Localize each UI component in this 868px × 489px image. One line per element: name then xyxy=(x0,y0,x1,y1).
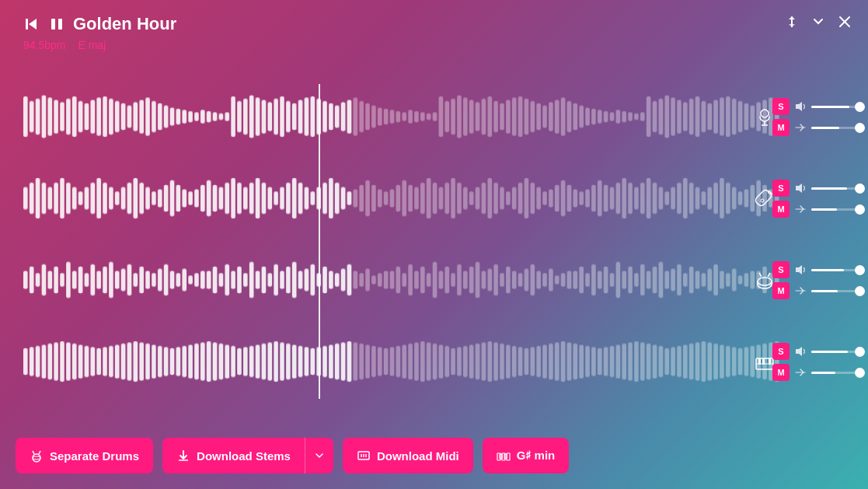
key-display: E maj xyxy=(78,39,106,51)
svg-rect-17 xyxy=(762,358,765,365)
piano-pan-row: M xyxy=(772,364,862,381)
piano-pan-slider[interactable] xyxy=(811,372,862,374)
svg-line-25 xyxy=(33,451,34,454)
vocals-pan-row: M xyxy=(772,119,862,136)
bottom-bar: Separate Drums Download Stems Download M… xyxy=(16,438,852,473)
download-stems-dropdown-button[interactable] xyxy=(305,438,333,473)
bass-pan-slider[interactable] xyxy=(811,208,862,211)
volume-icon-bass xyxy=(794,182,807,194)
download-stems-button[interactable]: Download Stems xyxy=(162,438,305,473)
track-bass-controls: S M xyxy=(772,173,862,224)
close-button[interactable] xyxy=(837,14,852,30)
separate-drums-button[interactable]: Separate Drums xyxy=(16,438,153,473)
pan-icon-drums xyxy=(794,285,807,297)
drums-pan-slider[interactable] xyxy=(811,290,862,292)
piano-solo-button[interactable]: S xyxy=(772,343,790,360)
download-midi-icon xyxy=(357,449,371,463)
drums-volume-slider[interactable] xyxy=(811,269,862,271)
drums-mute-button[interactable]: M xyxy=(772,282,790,299)
bass-volume-row: S xyxy=(772,180,862,197)
track-drums-controls: S M xyxy=(772,255,862,306)
svg-point-23 xyxy=(33,454,40,462)
bass-pan-row: M xyxy=(772,201,862,218)
svg-point-24 xyxy=(33,456,40,459)
key-icon xyxy=(497,449,511,463)
track-drums xyxy=(23,253,783,307)
volume-icon-piano xyxy=(794,345,807,358)
volume-icon-drums xyxy=(794,264,807,276)
svg-point-6 xyxy=(761,110,769,117)
svg-marker-22 xyxy=(796,347,802,356)
piano-volume-slider[interactable] xyxy=(811,351,862,353)
download-stems-split-button: Download Stems xyxy=(162,438,333,473)
vocals-volume-slider[interactable] xyxy=(811,106,862,108)
vocals-solo-button[interactable]: S xyxy=(772,98,790,115)
svg-marker-19 xyxy=(796,102,802,111)
drums-solo-button[interactable]: S xyxy=(772,261,790,278)
playhead xyxy=(319,84,320,399)
piano-volume-row: S xyxy=(772,343,862,360)
svg-rect-36 xyxy=(507,453,510,460)
svg-marker-20 xyxy=(796,183,802,193)
transport-row: Golden Hour xyxy=(23,14,176,34)
svg-rect-18 xyxy=(769,358,771,365)
top-right-controls xyxy=(784,14,852,30)
vocals-volume-row: S xyxy=(772,98,862,115)
svg-point-11 xyxy=(758,278,772,285)
piano-mute-button[interactable]: M xyxy=(772,364,790,381)
bass-solo-button[interactable]: S xyxy=(772,180,790,197)
vocals-mute-button[interactable]: M xyxy=(772,119,790,136)
expand-button[interactable] xyxy=(784,14,800,30)
svg-point-9 xyxy=(761,199,764,202)
track-vocals xyxy=(23,89,783,144)
svg-line-26 xyxy=(39,451,40,454)
track-piano xyxy=(23,334,783,389)
header: Golden Hour 94.5bpm E maj xyxy=(23,14,176,51)
svg-line-13 xyxy=(768,273,770,277)
bpm-display: 94.5bpm xyxy=(23,39,65,51)
pan-icon-bass xyxy=(794,203,807,215)
vocals-pan-slider[interactable] xyxy=(811,127,862,129)
svg-rect-16 xyxy=(758,358,761,365)
svg-line-12 xyxy=(759,273,762,277)
drums-pan-row: M xyxy=(772,282,862,299)
pan-icon-piano xyxy=(794,366,807,379)
track-bass xyxy=(23,171,783,225)
key-button[interactable]: G♯ min xyxy=(483,438,570,473)
drums-volume-row: S xyxy=(772,261,862,278)
svg-marker-1 xyxy=(29,19,37,30)
svg-rect-2 xyxy=(51,19,55,30)
track-piano-controls: S M xyxy=(772,337,862,387)
track-vocals-controls: S M xyxy=(772,92,862,142)
bass-mute-button[interactable]: M xyxy=(772,201,790,218)
track-meta: 94.5bpm E maj xyxy=(23,39,176,51)
pan-icon-vocals xyxy=(794,121,807,134)
download-midi-button[interactable]: Download Midi xyxy=(343,438,473,473)
svg-rect-3 xyxy=(58,19,62,30)
track-title: Golden Hour xyxy=(73,14,176,34)
chevron-down-small-icon xyxy=(315,451,324,460)
volume-icon-vocals xyxy=(794,100,807,113)
download-stems-icon xyxy=(176,449,190,463)
separate-drums-icon xyxy=(30,449,44,463)
svg-marker-21 xyxy=(796,265,802,274)
bass-volume-slider[interactable] xyxy=(811,187,862,190)
chevron-down-button[interactable] xyxy=(810,14,826,30)
svg-rect-0 xyxy=(26,19,28,30)
play-pause-button[interactable] xyxy=(48,16,65,33)
skip-back-button[interactable] xyxy=(23,16,40,33)
